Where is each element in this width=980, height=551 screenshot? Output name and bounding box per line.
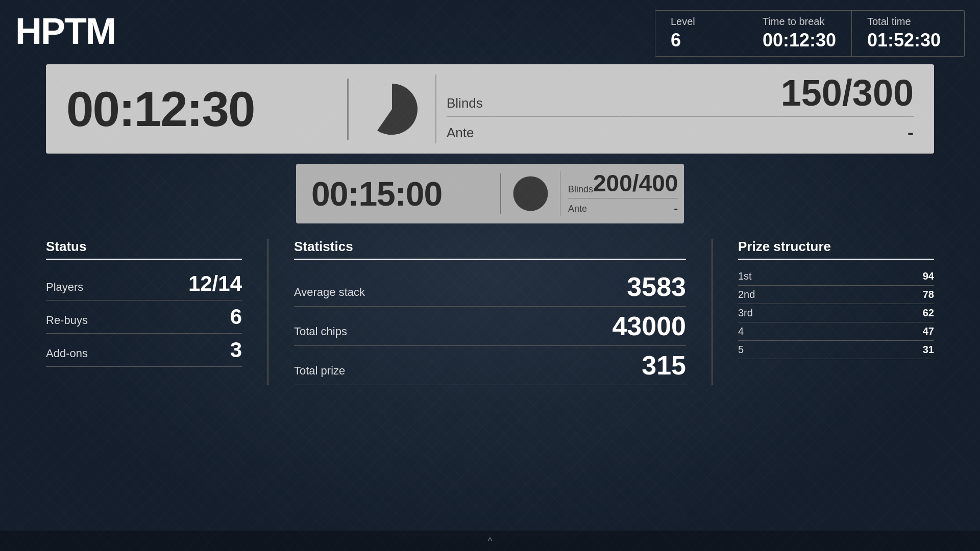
players-value: 12/14 bbox=[188, 271, 242, 296]
addons-value: 3 bbox=[230, 338, 242, 362]
timer-divider bbox=[347, 79, 349, 140]
next-level-card: 00:15:00 Blinds 200/400 Ante - bbox=[296, 164, 684, 223]
status-title: Status bbox=[46, 239, 242, 260]
next-timer: 00:15:00 bbox=[311, 174, 490, 213]
current-level-card: 00:12:30 Blinds 150/300 Ante - bbox=[46, 64, 934, 154]
total-prize-row: Total prize 315 bbox=[294, 346, 686, 385]
current-timer: 00:12:30 bbox=[66, 81, 332, 137]
main-content: 00:12:30 Blinds 150/300 Ante - 00:1 bbox=[0, 64, 980, 239]
avg-stack-row: Average stack 3583 bbox=[294, 267, 686, 307]
next-blinds-value: 200/400 bbox=[593, 171, 678, 195]
total-prize-label: Total prize bbox=[294, 364, 345, 378]
total-chips-label: Total chips bbox=[294, 325, 347, 338]
total-prize-value: 315 bbox=[642, 350, 686, 381]
next-blinds-row: Blinds 200/400 bbox=[568, 171, 678, 198]
current-ante-row: Ante - bbox=[447, 122, 914, 143]
prize-row: 531 bbox=[738, 341, 934, 359]
players-label: Players bbox=[46, 281, 83, 294]
current-pie-chart bbox=[364, 81, 420, 137]
ante-label: Ante bbox=[447, 125, 474, 141]
status-section: Status Players 12/14 Re-buys 6 Add-ons 3 bbox=[46, 239, 262, 385]
prize-place-label: 3rd bbox=[738, 307, 753, 319]
rebuys-value: 6 bbox=[230, 305, 242, 329]
prize-place-label: 4 bbox=[738, 325, 744, 337]
next-ante-row: Ante - bbox=[568, 202, 678, 216]
time-to-break-label: Time to break bbox=[763, 16, 836, 28]
bottom-bar: ^ bbox=[0, 531, 980, 551]
level-stat: Level 6 bbox=[655, 11, 747, 56]
ante-value: - bbox=[908, 122, 914, 143]
current-blinds-row: Blinds 150/300 bbox=[447, 74, 914, 117]
total-time-label: Total time bbox=[867, 16, 949, 28]
players-row: Players 12/14 bbox=[46, 267, 242, 300]
next-blinds-info: Blinds 200/400 Ante - bbox=[560, 171, 678, 216]
avg-stack-value: 3583 bbox=[627, 271, 686, 302]
level-label: Level bbox=[671, 16, 731, 28]
bottom-arrow: ^ bbox=[488, 536, 492, 546]
addons-label: Add-ons bbox=[46, 347, 88, 360]
total-chips-value: 43000 bbox=[612, 311, 686, 341]
prize-row: 2nd78 bbox=[738, 286, 934, 304]
bottom-stats: Status Players 12/14 Re-buys 6 Add-ons 3… bbox=[0, 239, 980, 385]
svg-point-1 bbox=[513, 177, 548, 211]
current-blinds-info: Blinds 150/300 Ante - bbox=[435, 74, 914, 143]
prize-row: 3rd62 bbox=[738, 304, 934, 322]
time-to-break-value: 00:12:30 bbox=[763, 30, 836, 51]
level-value: 6 bbox=[671, 30, 731, 51]
total-chips-row: Total chips 43000 bbox=[294, 307, 686, 346]
next-ante-value: - bbox=[674, 202, 678, 216]
prize-place-value: 47 bbox=[923, 325, 934, 337]
next-pie-chart bbox=[511, 174, 550, 213]
rebuys-label: Re-buys bbox=[46, 314, 88, 327]
prize-rows: 1st942nd783rd62447531 bbox=[738, 267, 934, 359]
time-to-break-stat: Time to break 00:12:30 bbox=[747, 11, 852, 56]
next-blinds-label: Blinds bbox=[568, 184, 593, 195]
prize-place-label: 5 bbox=[738, 344, 744, 356]
statistics-title: Statistics bbox=[294, 239, 686, 260]
header: HPTM Level 6 Time to break 00:12:30 Tota… bbox=[0, 0, 980, 64]
prize-place-label: 1st bbox=[738, 270, 752, 282]
blinds-value: 150/300 bbox=[781, 74, 914, 111]
prize-place-value: 94 bbox=[923, 270, 934, 282]
prize-title: Prize structure bbox=[738, 239, 934, 260]
statistics-section: Statistics Average stack 3583 Total chip… bbox=[274, 239, 706, 385]
total-time-value: 01:52:30 bbox=[867, 30, 949, 51]
prize-place-value: 31 bbox=[923, 344, 934, 356]
addons-row: Add-ons 3 bbox=[46, 334, 242, 367]
rebuys-row: Re-buys 6 bbox=[46, 300, 242, 334]
prize-row: 1st94 bbox=[738, 267, 934, 286]
next-timer-divider bbox=[500, 173, 501, 214]
avg-stack-label: Average stack bbox=[294, 286, 365, 299]
divider-left bbox=[267, 239, 268, 385]
header-stats: Level 6 Time to break 00:12:30 Total tim… bbox=[655, 10, 965, 57]
app-logo: HPTM bbox=[15, 10, 655, 52]
prize-place-value: 78 bbox=[923, 289, 934, 300]
blinds-label: Blinds bbox=[447, 95, 483, 111]
prize-place-value: 62 bbox=[923, 307, 934, 319]
total-time-stat: Total time 01:52:30 bbox=[852, 11, 964, 56]
prize-row: 447 bbox=[738, 322, 934, 341]
next-level-wrapper: 00:15:00 Blinds 200/400 Ante - bbox=[46, 164, 934, 239]
next-ante-label: Ante bbox=[568, 204, 587, 214]
prize-section: Prize structure 1st942nd783rd62447531 bbox=[718, 239, 934, 385]
divider-right bbox=[712, 239, 713, 385]
prize-place-label: 2nd bbox=[738, 289, 755, 300]
